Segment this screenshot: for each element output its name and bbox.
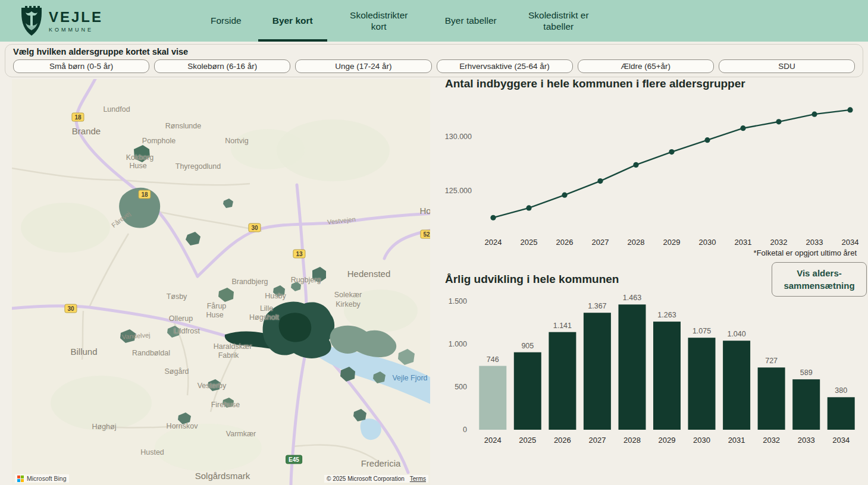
svg-text:2034: 2034 (842, 238, 859, 247)
copyright-text: © 2025 Microsoft Corporation (327, 475, 405, 482)
svg-text:2030: 2030 (693, 436, 710, 445)
map-place-label: Høghøj (92, 423, 117, 431)
population-line-chart[interactable]: 125.000130.00020242025202620272028202920… (437, 90, 868, 251)
map-place-label: Vesterby (198, 382, 227, 390)
svg-text:2029: 2029 (659, 436, 676, 445)
map-place-label: Hornskov (167, 422, 198, 430)
road-number-badge: 30 (64, 304, 77, 313)
filter-button-erhvervsaktive[interactable]: Erhvervsaktive (25-64 år) (437, 59, 573, 73)
show-age-composition-button[interactable]: Vis alders-sammensætning (772, 262, 867, 297)
svg-text:2027: 2027 (588, 436, 606, 445)
svg-text:2026: 2026 (556, 238, 574, 247)
svg-text:1.040: 1.040 (727, 330, 745, 338)
road-name-label: Vandelvej (122, 331, 151, 340)
svg-text:727: 727 (765, 357, 778, 365)
development-bar-chart[interactable]: 05001.0001.500746202490520251.14120261.3… (437, 286, 868, 448)
svg-text:2028: 2028 (628, 238, 645, 247)
nav-tab-label: Skoledistrikter kort (344, 10, 414, 33)
svg-text:1.367: 1.367 (588, 302, 606, 310)
map-place-label: Rugbjerg (291, 276, 321, 284)
svg-text:746: 746 (487, 355, 499, 364)
map-place-label: Pomphole (142, 137, 176, 145)
map-place-label: Huse (206, 311, 223, 319)
svg-text:1.141: 1.141 (553, 322, 572, 330)
filter-button-sdu[interactable]: SDU (719, 59, 855, 73)
map-place-label: Billund (70, 347, 97, 357)
svg-text:2025: 2025 (521, 238, 538, 247)
filter-button-skoleboern[interactable]: Skolebørn (6-16 år) (154, 59, 290, 73)
municipality-map[interactable]: LundfodBrandeRønslundePompholeNortvigKok… (12, 79, 430, 485)
svg-text:2030: 2030 (699, 238, 716, 247)
road-number-badge: 13 (293, 250, 305, 259)
svg-text:1.463: 1.463 (623, 294, 641, 302)
svg-text:905: 905 (521, 342, 534, 350)
svg-text:380: 380 (835, 386, 847, 395)
map-place-label: Høgsholt (249, 313, 279, 322)
road-name-label: Fårevej (110, 210, 131, 229)
road-number-badge: E45 (286, 455, 302, 464)
map-place-label: Husted (140, 448, 164, 456)
filter-label: Vælg hvilken aldersgruppe kortet skal vi… (13, 47, 855, 56)
map-place-label: Tøsby (167, 292, 187, 301)
svg-text:130.000: 130.000 (445, 133, 472, 141)
map-place-label: Brande (72, 126, 101, 136)
svg-text:589: 589 (800, 369, 813, 377)
map-place-label: Solekær (334, 291, 362, 299)
nav-tab-label: Byer kort (272, 15, 313, 26)
road-number-badge: 18 (138, 190, 151, 199)
nav-tab-label: Forside (211, 15, 242, 26)
map-place-label: Ollerup (169, 314, 193, 323)
svg-text:0: 0 (463, 426, 467, 434)
map-place-label: Søgård (165, 367, 189, 376)
map-place-label: Kokborg (126, 153, 154, 162)
nav-tab-byer-tabeller[interactable]: Byer tabeller (431, 0, 511, 42)
bing-attribution-text: Microsoft Bing (27, 475, 67, 482)
map-place-label: Thyregodlund (176, 162, 221, 171)
svg-text:1.263: 1.263 (657, 311, 676, 319)
charts-panel: Antal indbyggere i hele kommunen i flere… (437, 77, 868, 485)
svg-text:2027: 2027 (592, 238, 609, 247)
svg-text:2033: 2033 (798, 436, 815, 445)
svg-text:1.000: 1.000 (449, 340, 467, 348)
filter-button-smaa-boern[interactable]: Små børn (0-5 år) (13, 59, 149, 73)
road-name-label: Vestvejen (327, 216, 356, 226)
nav-tab-byer-kort[interactable]: Byer kort (258, 0, 327, 42)
map-place-label: Lundfod (103, 105, 130, 114)
svg-text:2033: 2033 (806, 238, 823, 247)
map-place-label: Ho (419, 206, 430, 216)
nav-tab-forside[interactable]: Forside (196, 0, 256, 42)
map-place-label: Fredericia (361, 458, 401, 468)
water-label: Vejle Fjord (392, 374, 427, 382)
svg-text:2031: 2031 (735, 238, 752, 247)
svg-text:2034: 2034 (832, 436, 850, 445)
filter-button-unge[interactable]: Unge (17-24 år) (295, 59, 431, 73)
svg-text:2032: 2032 (763, 436, 780, 445)
svg-text:2024: 2024 (484, 436, 502, 445)
map-place-label: Rønslunde (165, 122, 201, 130)
map-attribution-bing: Microsoft Bing (15, 474, 69, 483)
map-place-label: Lildfrost (174, 327, 200, 335)
svg-text:1.500: 1.500 (449, 297, 467, 306)
population-footnote: *Folketal er opgjort ultimo året (437, 248, 868, 257)
map-place-label: Huse (129, 162, 146, 170)
filter-button-aeldre[interactable]: Ældre (65+år) (578, 59, 714, 73)
map-label-layer: LundfodBrandeRønslundePompholeNortvigKok… (12, 79, 430, 485)
map-place-label: Nortvig (225, 137, 249, 145)
bar-chart-header: Årlig udvikling i hele kommunen Vis alde… (437, 273, 868, 286)
main-nav: Forside Byer kort Skoledistrikter kort B… (196, 0, 604, 42)
svg-text:2026: 2026 (554, 436, 571, 445)
nav-tab-skoledistrikter-kort[interactable]: Skoledistrikter kort (330, 0, 428, 42)
svg-text:1.075: 1.075 (692, 327, 711, 335)
line-chart-title: Antal indbyggere i hele kommunen i flere… (437, 77, 868, 90)
terms-link[interactable]: Terms (410, 475, 426, 482)
header: VEJLE KOMMUNE Forside Byer kort Skoledis… (0, 0, 868, 42)
road-number-badge: 30 (248, 223, 261, 232)
nav-tab-skoledistrikter-tabeller[interactable]: Skoledistrikt er tabeller (513, 0, 604, 42)
map-place-label: Randbøldal (132, 349, 170, 357)
svg-text:2024: 2024 (485, 238, 502, 247)
map-place-label: Varmkær (226, 430, 256, 438)
logo-subtitle: KOMMUNE (49, 27, 103, 33)
dashboard: VEJLE KOMMUNE Forside Byer kort Skoledis… (0, 0, 868, 485)
map-place-label: Husby (265, 292, 286, 300)
map-place-label: Lille (260, 304, 273, 313)
